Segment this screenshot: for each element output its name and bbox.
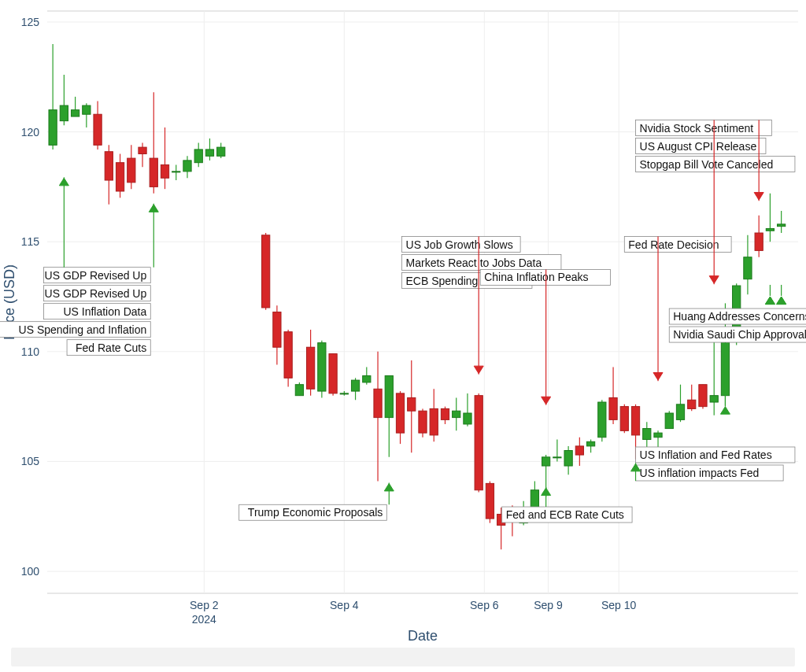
chart-container: 100105110115120125Sep 22024Sep 4Sep 6Sep… [0, 0, 806, 672]
arrow-up-icon [149, 205, 158, 212]
x-tick-label: Sep 10 [601, 599, 637, 611]
y-tick-label: 110 [21, 345, 40, 358]
arrow-up-icon [542, 488, 551, 496]
candle-body[interactable] [778, 224, 786, 227]
candle-body[interactable] [654, 433, 662, 438]
candle-body[interactable] [475, 396, 482, 490]
candle-body[interactable] [329, 354, 337, 393]
annotation-label: US inflation impacts Fed [640, 467, 760, 479]
y-tick-label: 115 [21, 235, 40, 248]
y-tick-label: 120 [21, 126, 40, 138]
candle-body[interactable] [183, 161, 191, 172]
candle-body[interactable] [575, 446, 583, 455]
candle-body[interactable] [396, 393, 404, 433]
arrow-up-icon [384, 483, 394, 491]
annotation-label: US Inflation and Fed Rates [640, 449, 772, 461]
candle-body[interactable] [408, 397, 416, 411]
annotation-label: Fed and ECB Rate Cuts [506, 508, 624, 521]
arrow-down-icon [754, 193, 763, 201]
y-tick-label: 100 [21, 565, 40, 578]
arrow-down-icon [653, 373, 663, 381]
candle-body[interactable] [161, 164, 168, 178]
candle-body[interactable] [453, 411, 460, 417]
arrow-up-icon [720, 407, 730, 415]
candle-body[interactable] [676, 404, 684, 420]
arrow-up-icon [59, 178, 68, 186]
candle-body[interactable] [139, 147, 146, 153]
annotation-label: Stopgap Bill Vote Canceled [640, 158, 774, 171]
candle-body[interactable] [262, 235, 270, 308]
candle-body[interactable] [755, 233, 763, 250]
candle-body[interactable] [94, 114, 102, 145]
candle-body[interactable] [542, 457, 550, 466]
candle-body[interactable] [419, 411, 427, 433]
candle-body[interactable] [205, 150, 213, 156]
candle-body[interactable] [306, 347, 314, 389]
candle-body[interactable] [631, 407, 639, 435]
candle-body[interactable] [318, 343, 326, 391]
candle-body[interactable] [128, 158, 135, 183]
candle-body[interactable] [150, 158, 157, 186]
x-tick-label: Sep 9 [534, 599, 563, 611]
y-tick-label: 105 [21, 455, 40, 467]
candle-body[interactable] [116, 163, 124, 191]
candle-body[interactable] [351, 380, 359, 391]
candle-body[interactable] [486, 483, 494, 519]
x-axis-label: Date [408, 628, 438, 644]
candle-body[interactable] [464, 413, 471, 424]
candle-body[interactable] [83, 105, 91, 114]
annotation-label: China Inflation Peaks [484, 271, 588, 283]
annotation-label: Trump Economic Proposals [248, 506, 383, 519]
annotation-label: Nvidia Saudi Chip Approval [673, 328, 806, 341]
annotation-label: US GDP Revised Up [45, 287, 147, 300]
candle-body[interactable] [217, 147, 225, 156]
candle-body[interactable] [430, 408, 438, 435]
x-tick-label: Sep 4 [330, 599, 359, 611]
arrow-down-icon [709, 276, 719, 284]
candle-body[interactable] [665, 413, 673, 429]
candle-body[interactable] [620, 407, 628, 431]
candle-body[interactable] [598, 402, 606, 438]
annotation-label: Fed Rate Decision [628, 238, 719, 251]
candle-body[interactable] [374, 389, 382, 417]
candle-body[interactable] [385, 376, 393, 418]
annotation-label: Fed Rate Cuts [76, 342, 146, 354]
annotation-label: Nvidia Stock Sentiment [640, 122, 754, 135]
annotation-label: US Inflation Data [63, 305, 146, 318]
candle-body[interactable] [60, 105, 68, 121]
annotation-label: US GDP Revised Up [45, 269, 147, 282]
annotation-label: US August CPI Release [640, 140, 757, 153]
candle-body[interactable] [564, 450, 572, 466]
candle-body[interactable] [441, 408, 449, 419]
annotation-label: US Job Growth Slows [406, 238, 513, 251]
arrow-up-icon [765, 297, 775, 305]
candle-body[interactable] [363, 376, 371, 382]
candle-body[interactable] [295, 385, 303, 396]
candle-body[interactable] [766, 228, 774, 231]
candle-body[interactable] [273, 312, 281, 348]
annotation-label: Huang Addresses Concerns [673, 310, 806, 323]
candle-body[interactable] [194, 150, 202, 163]
candle-body[interactable] [340, 393, 348, 394]
candle-body[interactable] [643, 429, 651, 440]
annotation-label: Markets React to Jobs Data [406, 257, 542, 269]
candle-body[interactable] [172, 172, 180, 172]
candle-body[interactable] [553, 457, 561, 458]
annotation-label: US Spending and Inflation [19, 323, 147, 336]
candle-body[interactable] [609, 397, 617, 419]
x-tick-label: Sep 6 [470, 599, 499, 611]
candle-body[interactable] [710, 396, 718, 402]
candle-body[interactable] [105, 152, 113, 180]
x-tick-label: 2024 [192, 613, 216, 626]
candle-body[interactable] [586, 441, 594, 446]
y-tick-label: 125 [21, 16, 40, 28]
candle-body[interactable] [49, 110, 57, 146]
candlestick-chart: 100105110115120125Sep 22024Sep 4Sep 6Sep… [0, 0, 806, 645]
candle-body[interactable] [688, 400, 696, 408]
arrow-down-icon [542, 397, 551, 404]
candle-body[interactable] [71, 110, 79, 116]
candle-body[interactable] [699, 385, 707, 407]
candle-body[interactable] [744, 257, 752, 279]
candle-body[interactable] [284, 332, 292, 378]
range-slider-track[interactable] [11, 648, 795, 666]
